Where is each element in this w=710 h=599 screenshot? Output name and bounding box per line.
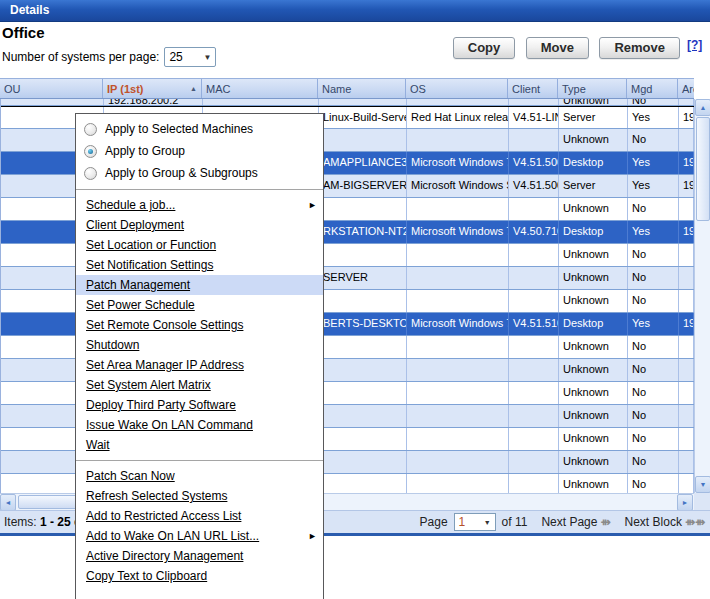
column-header-mac[interactable]: MAC [202, 79, 318, 98]
sort-asc-icon: ▲ [190, 83, 201, 98]
items-count: Items: 1 - 25 of [0, 515, 84, 529]
cell-area [679, 244, 694, 266]
cell-area [679, 290, 694, 312]
cell-os [407, 382, 509, 404]
radio-selected-icon[interactable] [84, 145, 97, 158]
cell-client [509, 129, 559, 151]
column-header-mgd[interactable]: Mgd [627, 79, 678, 98]
menu-item-patch-management[interactable]: Patch Management [76, 275, 323, 295]
menu-radio-apply-to-group-subgroups[interactable]: Apply to Group & Subgroups [76, 162, 323, 184]
move-button[interactable]: Move [526, 37, 589, 59]
cell-area [679, 405, 694, 427]
page-value: 1 [459, 515, 466, 529]
cell-mac [203, 99, 319, 105]
cell-client: V4.51-LIN.. [509, 107, 559, 128]
menu-item-deploy-third-party-software[interactable]: Deploy Third Party Software [76, 395, 323, 415]
cell-area: 192 [679, 175, 694, 197]
menu-item-wait[interactable]: Wait [76, 435, 323, 455]
page-label: Page [420, 515, 448, 529]
cell-area [679, 129, 694, 151]
cell-area [679, 198, 694, 220]
radio-icon[interactable] [84, 123, 97, 136]
menu-item-set-area-manager-ip-address[interactable]: Set Area Manager IP Address [76, 355, 323, 375]
menu-radio-label: Apply to Selected Machines [105, 122, 253, 136]
menu-item-label: Patch Management [86, 278, 190, 292]
copy-button[interactable]: Copy [453, 37, 516, 59]
cell-client [509, 428, 559, 450]
menu-item-set-power-schedule[interactable]: Set Power Schedule [76, 295, 323, 315]
next-page-link[interactable]: Next Page⇻ [541, 515, 610, 529]
menu-item-set-remote-console-settings[interactable]: Set Remote Console Settings [76, 315, 323, 335]
remove-button[interactable]: Remove [599, 37, 680, 59]
table-header: OUIP (1st)▲MACNameOSClientTypeMgdArea M [0, 78, 694, 99]
column-label: Area M [682, 83, 694, 98]
menu-item-copy-text-to-clipboard[interactable]: Copy Text to Clipboard [76, 566, 323, 586]
menu-item-patch-scan-now[interactable]: Patch Scan Now [76, 466, 323, 486]
column-header-os[interactable]: OS [406, 79, 508, 98]
cell-name: BERTS-DESKTOP [319, 313, 407, 335]
scroll-left-icon[interactable]: ◄ [0, 494, 16, 511]
cell-name [319, 336, 407, 358]
cell-mgd: No [628, 382, 679, 404]
cell-mgd: No [628, 244, 679, 266]
menu-item-active-directory-management[interactable]: Active Directory Management [76, 546, 323, 566]
cell-type: Desktop [559, 313, 628, 335]
menu-item-add-to-wake-on-lan-url-list[interactable]: Add to Wake On LAN URL List...► [76, 526, 323, 546]
next-block-link[interactable]: Next Block⇻⇻ [625, 515, 705, 529]
dropdown-arrow-icon: ▼ [484, 519, 491, 526]
cell-client [509, 451, 559, 473]
menu-item-set-system-alert-matrix[interactable]: Set System Alert Matrix [76, 375, 323, 395]
submenu-arrow-icon: ► [308, 195, 317, 215]
column-header-ou[interactable]: OU [0, 79, 103, 98]
menu-item-issue-wake-on-lan-command[interactable]: Issue Wake On LAN Command [76, 415, 323, 435]
scroll-up-icon[interactable]: ▲ [695, 99, 710, 116]
cell-name [319, 474, 407, 493]
menu-item-schedule-a-job[interactable]: Schedule a job...► [76, 195, 323, 215]
cell-name [319, 428, 407, 450]
page-select[interactable]: 1 ▼ [454, 513, 496, 531]
menu-item-shutdown[interactable]: Shutdown [76, 335, 323, 355]
column-header-client[interactable]: Client [508, 79, 558, 98]
cell-mgd: No [628, 474, 679, 493]
cell-mgd: No [628, 428, 679, 450]
vertical-scrollbar[interactable]: ▲ ▼ [694, 99, 710, 493]
cell-name: AM-BIGSERVER [319, 175, 407, 197]
cell-mgd: No [628, 267, 679, 289]
column-header-type[interactable]: Type [558, 79, 627, 98]
cell-mgd: No [628, 405, 679, 427]
radio-icon[interactable] [84, 167, 97, 180]
cell-type: Unknown [559, 382, 628, 404]
table-row[interactable]: 192.168.200.2UnknownNo [1, 99, 694, 106]
menu-item-add-to-restricted-access-list[interactable]: Add to Restricted Access List [76, 506, 323, 526]
menu-radio-apply-to-group[interactable]: Apply to Group [76, 140, 323, 162]
details-titlebar: Details [0, 0, 710, 22]
menu-item-refresh-selected-systems[interactable]: Refresh Selected Systems [76, 486, 323, 506]
menu-radio-apply-to-selected-machines[interactable]: Apply to Selected Machines [76, 118, 323, 140]
scrollbar-corner [694, 493, 710, 510]
vertical-scroll-thumb[interactable] [696, 117, 710, 221]
cell-name [319, 451, 407, 473]
cell-name [319, 405, 407, 427]
cell-os [407, 198, 509, 220]
cell-client [509, 198, 559, 220]
column-header-ip[interactable]: IP (1st)▲ [103, 79, 202, 98]
menu-item-label: Shutdown [86, 338, 139, 352]
scroll-right-icon[interactable]: ► [677, 494, 693, 511]
menu-item-set-location-or-function[interactable]: Set Location or Function [76, 235, 323, 255]
help-link[interactable]: [?] [687, 38, 702, 52]
cell-client [509, 244, 559, 266]
menu-item-set-notification-settings[interactable]: Set Notification Settings [76, 255, 323, 275]
cell-os: Microsoft Windows 7 ... [407, 313, 509, 335]
cell-client [509, 382, 559, 404]
column-header-area[interactable]: Area M [678, 79, 694, 98]
cell-type: Unknown [559, 129, 628, 151]
cell-mgd: Yes [628, 175, 679, 197]
cell-os [407, 290, 509, 312]
menu-separator [76, 189, 323, 190]
column-header-name[interactable]: Name [318, 79, 406, 98]
menu-item-client-deployment[interactable]: Client Deployment [76, 215, 323, 235]
scroll-down-icon[interactable]: ▼ [695, 476, 710, 493]
submenu-arrow-icon: ► [308, 526, 317, 546]
items-range: 1 - 25 [40, 515, 71, 529]
cell-area [679, 267, 694, 289]
